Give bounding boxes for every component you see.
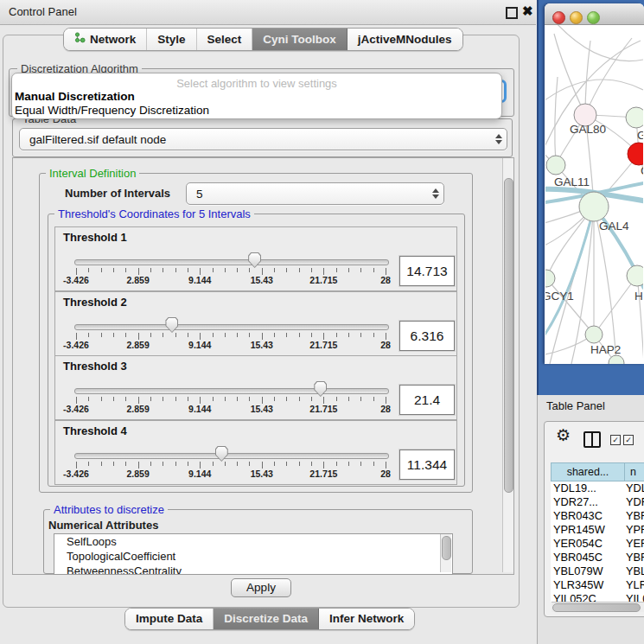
slider-track[interactable] (74, 388, 389, 394)
network-node[interactable] (579, 192, 609, 221)
float-window-icon[interactable] (506, 7, 518, 19)
tab-style[interactable]: Style (147, 29, 196, 50)
bottom-tab-impute-data[interactable]: Impute Data (125, 609, 214, 629)
node-label: HAP2 (590, 343, 621, 356)
network-node-selected[interactable] (628, 143, 643, 165)
minor-tick (237, 397, 238, 401)
slider-thumb[interactable] (165, 317, 178, 333)
attributes-list-scrollbar[interactable] (440, 534, 451, 572)
attribute-list-item[interactable]: BetweennessCentrality (54, 564, 452, 575)
vertical-scrollbar[interactable] (502, 158, 513, 572)
bottom-tab-discretize-data[interactable]: Discretize Data (214, 609, 319, 629)
minor-tick (163, 333, 163, 337)
minor-tick (299, 333, 300, 337)
minor-tick (213, 462, 214, 466)
network-node[interactable] (545, 270, 555, 287)
network-canvas[interactable]: GAL80GAGAL11CGAL4GCY1HHAP2 (545, 25, 643, 364)
slider-track[interactable] (74, 324, 389, 330)
table-row[interactable]: YIL052CYIL0 (551, 592, 644, 602)
threshold-value-field[interactable] (399, 385, 455, 415)
tick-label: -3.426 (55, 275, 97, 285)
bottom-tab-infer-network[interactable]: Infer Network (319, 609, 414, 629)
network-node[interactable] (626, 107, 643, 128)
major-tick (262, 268, 263, 275)
numerical-attributes-list[interactable]: SelfLoopsTopologicalCoefficientBetweenne… (54, 533, 453, 575)
major-tick (262, 397, 263, 404)
column-header-shared-name[interactable]: shared... (551, 462, 625, 481)
minor-tick (213, 333, 214, 337)
minor-tick (175, 462, 176, 466)
cell-shared-name: YBL079W (553, 564, 603, 577)
minor-tick (299, 268, 300, 272)
panel-title: Control Panel (9, 5, 77, 18)
column-header-name[interactable]: n (624, 462, 644, 481)
vertical-scrollbar-thumb[interactable] (504, 178, 513, 493)
tick-label: 2.859 (118, 340, 159, 350)
checkbox-icon-1[interactable]: ✓ (610, 435, 621, 445)
close-traffic-light[interactable] (552, 11, 565, 24)
table-body[interactable]: YDL19...YDL1YDR27...YDR2YBR043CYBR0YPR14… (551, 481, 644, 602)
minor-tick (225, 462, 226, 466)
slider-thumb[interactable] (314, 381, 327, 397)
attributes-scrollbar-thumb[interactable] (442, 536, 451, 560)
cell-name: YDR2 (626, 495, 644, 508)
algorithm-option[interactable]: Manual Discretization (15, 90, 135, 103)
table-row[interactable]: YDR27...YDR2 (551, 495, 644, 509)
minor-tick (274, 462, 275, 466)
gear-icon[interactable]: ⚙ (556, 427, 571, 443)
major-tick (76, 462, 77, 469)
algorithm-option[interactable]: Equal Width/Frequency Discretization (15, 104, 209, 117)
tab-label: Select (207, 33, 242, 46)
slider-thumb[interactable] (215, 446, 228, 462)
table-row[interactable]: YBR043CYBR0 (551, 509, 644, 523)
apply-button[interactable]: Apply (231, 578, 291, 597)
threshold-value-field[interactable] (399, 450, 455, 480)
split-pane-icon[interactable] (583, 431, 601, 448)
table-row[interactable]: YBL079WYBL0 (551, 564, 644, 578)
network-node[interactable] (585, 326, 603, 343)
network-node[interactable] (546, 156, 565, 175)
tab-select[interactable]: Select (197, 29, 253, 50)
threshold-label: Threshold 3 (63, 360, 127, 373)
minor-tick (286, 397, 287, 401)
major-tick (386, 268, 386, 275)
major-tick (76, 397, 77, 404)
major-tick (386, 397, 386, 404)
table-data-select[interactable]: galFiltered.sif default node (19, 128, 507, 150)
table-row[interactable]: YBR045CYBR0 (551, 551, 644, 564)
tick-label: 9.144 (179, 469, 220, 479)
network-window-titlebar[interactable] (545, 3, 644, 25)
table-row[interactable]: YLR345WYLR3 (551, 578, 644, 592)
horizontal-scrollbar-thumb[interactable] (552, 603, 641, 612)
table-row[interactable]: YPR145WYPR1 (551, 523, 644, 537)
threshold-value-field[interactable] (399, 321, 455, 351)
minor-tick (286, 462, 287, 466)
attribute-list-item[interactable]: TopologicalCoefficient (54, 549, 452, 564)
attribute-list-item[interactable]: SelfLoops (54, 534, 452, 549)
horizontal-scrollbar[interactable] (552, 602, 644, 612)
minor-tick (373, 268, 374, 272)
top-tab-bar: NetworkStyleSelectCyni ToolboxjActiveMNo… (63, 28, 463, 51)
table-row[interactable]: YDL19...YDL1 (551, 481, 644, 495)
network-node[interactable] (627, 265, 643, 286)
slider-track[interactable] (74, 453, 389, 459)
checkbox-icon-2[interactable]: ✓ (623, 435, 634, 445)
close-icon[interactable]: ✖ (522, 3, 533, 19)
tab-cyni-toolbox[interactable]: Cyni Toolbox (252, 29, 348, 50)
minimize-traffic-light[interactable] (570, 11, 583, 24)
tab-network[interactable]: Network (64, 29, 147, 50)
major-tick (200, 397, 201, 404)
zoom-traffic-light[interactable] (587, 11, 600, 24)
table-row[interactable]: YER054CYER0 (551, 537, 644, 551)
tab-jactivemnodules[interactable]: jActiveMNodules (348, 29, 462, 50)
number-of-intervals-spinner[interactable]: 5 (186, 182, 444, 205)
minor-tick (175, 333, 176, 337)
major-tick (76, 268, 77, 275)
network-edge (585, 38, 632, 115)
slider-track[interactable] (74, 259, 389, 265)
node-label: GAL11 (554, 175, 590, 188)
threshold-value-field[interactable] (399, 256, 455, 286)
minor-tick (360, 462, 361, 466)
threshold-panel-4: Threshold 4-3.4262.8599.14415.4321.71528 (54, 420, 457, 485)
slider-thumb[interactable] (248, 252, 261, 268)
